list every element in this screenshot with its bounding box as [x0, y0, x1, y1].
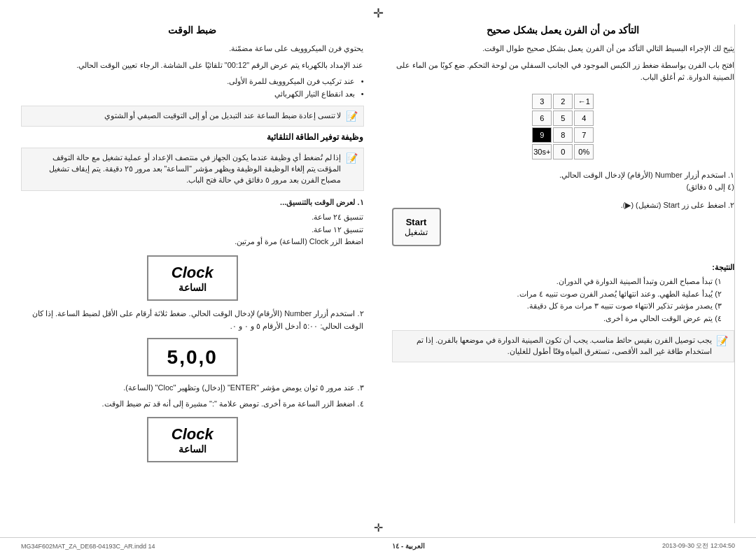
number-pad-container: 1← 2 3 4 5 6 7 8 9 0% 0 +30s [392, 90, 735, 164]
bullet-item-2: بعد انقطاع التيار الكهربائي [21, 88, 364, 101]
number-pad: 1← 2 3 4 5 6 7 8 9 0% 0 +30s [532, 94, 594, 159]
step-4: ٤. اضغط الزر الساعة مرة أخرى. تومض علامة… [21, 398, 364, 411]
step-2-container: ٢. اضغط على زر Start (تشغيل) (▶). Start … [392, 199, 735, 255]
note-icon-1: 📝 [346, 111, 358, 122]
result-item-1: ١) تبدأ مصباح الفرن وتبدأ الصينية الدوار… [392, 276, 735, 288]
bullet-list: عند تركيب فرن الميكروويف للمرة الأولى. ب… [21, 76, 364, 100]
power-save-icon: 📝 [346, 152, 358, 164]
num-cell-2: 2 [553, 94, 573, 109]
result-list: ١) تبدأ مصباح الفرن وتبدأ الصينية الدوار… [392, 276, 735, 325]
clock-box-2: Clock الساعة [147, 417, 238, 462]
num-cell-0s30: 0% [574, 144, 594, 159]
compass-bottom-icon: ✛ [374, 521, 383, 534]
right-section-title: التأكد من أن الفرن يعمل بشكل صحيح [392, 24, 735, 36]
power-save-text: إذا لم تُضغط أي وظيفة عندما يكون الجهاز … [27, 152, 342, 185]
format-12: تنسيق ١٢ ساعة. [21, 224, 364, 236]
result-item-4: ٤) يتم عرض الوقت الحالي مرة أخرى. [392, 313, 735, 325]
num-cell-9: 9 [532, 127, 552, 143]
num-cell-plus30: +30s [532, 144, 552, 159]
num-cell-8: 8 [553, 127, 573, 143]
footer: MG34F602MAT_ZA_DE68-04193C_AR.indd 14 ال… [0, 537, 756, 554]
right-step-2-text: ٢. اضغط على زر Start (تشغيل) (▶). [448, 199, 735, 212]
start-button[interactable]: Start تشغيل [392, 208, 441, 246]
compass-top-icon: ✛ [373, 6, 384, 21]
clock-english-2: Clock [172, 425, 214, 443]
clock-box-1: Clock الساعة [147, 255, 238, 301]
step-2: ٢. استخدم أزرار Number (الأرقام) لإدخال … [21, 308, 364, 332]
result-item-3: ٣) يصدر مؤشر تذكير الانتهاء صوت تنبيه ٣ … [392, 300, 735, 313]
step-3: ٣. عند مرور ٥ ثوان يومض مؤشر "ENTER" (إد… [21, 382, 364, 395]
num-cell-6: 6 [532, 111, 552, 126]
power-save-note: 📝 إذا لم تُضغط أي وظيفة عندما يكون الجها… [21, 148, 364, 190]
step-1: ١. لعرض الوقت بالتنسيق... تنسيق ٢٤ ساعة.… [21, 197, 364, 248]
right-note-icon: 📝 [716, 335, 728, 346]
left-section-title: ضبط الوقت [21, 24, 364, 36]
footer-right: 2013-09-30 오전 12:04:50 [662, 541, 735, 551]
footer-left: MG34F602MAT_ZA_DE68-04193C_AR.indd 14 [21, 543, 155, 550]
right-note-text: يجب توصيل الفرن بقيس حائط مناسب. يجب أن … [398, 335, 713, 357]
time-display-box: 5,0,0 [147, 338, 238, 376]
right-intro: يتيح لك الإجراء البسيط التالي التأكد من … [392, 43, 735, 84]
clock-arabic-2: الساعة [178, 443, 206, 455]
format-24: تنسيق ٢٤ ساعة. [21, 211, 364, 224]
right-note-box: 📝 يجب توصيل الفرن بقيس حائط مناسب. يجب أ… [392, 330, 735, 362]
note-text-1: لا تنسى إعادة ضبط الساعة عند التبديل من … [104, 111, 342, 122]
right-column: التأكد من أن الفرن يعمل بشكل صحيح يتيح ل… [378, 24, 736, 523]
num-cell-7: 7 [574, 127, 594, 143]
start-btn-ar: تشغيل [405, 227, 428, 237]
main-content: ضبط الوقت يحتوي فرن الميكروويف على ساعة … [0, 0, 756, 537]
bullet-item-1: عند تركيب فرن الميكروويف للمرة الأولى. [21, 76, 364, 88]
left-column: ضبط الوقت يحتوي فرن الميكروويف على ساعة … [21, 24, 378, 523]
step-1-label: ١. لعرض الوقت بالتنسيق... [280, 198, 363, 206]
format-options: تنسيق ٢٤ ساعة. تنسيق ١٢ ساعة. اضغط الزر … [21, 211, 364, 248]
start-button-area: Start تشغيل [392, 208, 441, 246]
left-intro-1: يحتوي فرن الميكروويف على ساعة مضمّنة. عن… [21, 43, 364, 71]
start-btn-en: Start [406, 217, 427, 227]
result-section: النتيجة: ١) تبدأ مصباح الفرن وتبدأ الصين… [392, 260, 735, 325]
num-cell-0: 0 [553, 144, 573, 159]
clock-arabic-1: الساعة [178, 282, 206, 293]
time-digits: 5,0,0 [167, 346, 218, 369]
format-clock: اضغط الزر Clock (الساعة) مرة أو مرتين. [21, 236, 364, 248]
page: ✛ ضبط الوقت يحتوي فرن الميكروويف على ساع… [0, 0, 756, 554]
num-cell-4: 4 [574, 111, 594, 126]
result-label: النتيجة: [712, 263, 734, 271]
note-box-1: 📝 لا تنسى إعادة ضبط الساعة عند التبديل م… [21, 106, 364, 127]
clock-english-1: Clock [172, 264, 214, 282]
num-cell-5: 5 [553, 111, 573, 126]
footer-center: العربية - ١٤ [392, 542, 425, 550]
num-cell-1: 1← [574, 94, 594, 109]
num-cell-3: 3 [532, 94, 552, 109]
result-item-2: ٢) يُبدأ عملية الطهي. وعند انتهائها يُصد… [392, 288, 735, 301]
right-step-1: ١. استخدم أزرار Number (الأرقام) لإدخال … [392, 169, 735, 194]
power-save-subtitle: وظيفة توفير الطاقة التلقائية [21, 132, 364, 142]
